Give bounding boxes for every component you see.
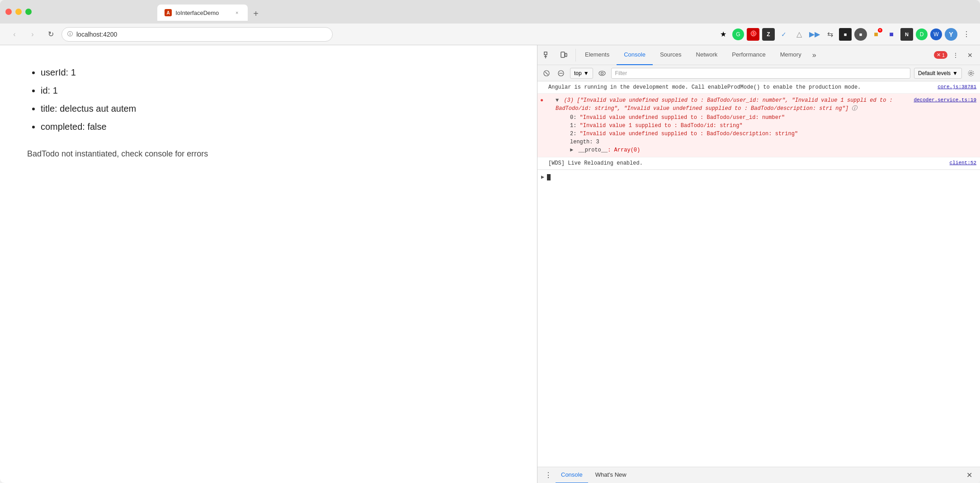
todo-list: userId: 1 id: 1 title: delectus aut aute… [27,63,510,136]
more-tabs-button[interactable]: » [809,45,820,65]
refresh-button[interactable]: ↻ [43,27,58,42]
console-cursor [547,174,551,180]
context-dropdown-icon: ▼ [584,70,589,76]
filter-placeholder: Filter [615,70,627,76]
levels-dropdown-icon: ▼ [952,70,958,76]
tab-elements[interactable]: Elements [578,45,617,65]
back-button[interactable]: ‹ [7,27,22,42]
error-message: BadTodo not instantiated, check console … [27,149,510,159]
devtools-close-button[interactable]: ✕ [964,49,976,62]
chrome-menu-icon[interactable]: ⋮ [960,28,973,41]
new-tab-button[interactable]: + [249,6,263,21]
browser-tab[interactable]: A IoInterfaceDemo × [157,5,248,21]
wds-text: [WDS] Live Reloading enabled. [548,160,643,166]
svg-rect-4 [565,53,567,57]
page-content: userId: 1 id: 1 title: delectus aut aute… [0,45,537,483]
main-content: userId: 1 id: 1 title: delectus aut aute… [0,45,980,483]
console-error-block: ● decoder.service.ts:19 ▼ (3) ["Invalid … [537,94,980,157]
extension-icon-9[interactable]: ■6 [870,28,882,41]
tab-console[interactable]: Console [617,45,653,65]
error-item-0: 0: "Invalid value undefined supplied to … [570,114,976,122]
extension-icon-5[interactable]: ▶▶ [808,28,821,41]
source-link-client[interactable]: client:52 [950,159,976,167]
browser-window: A IoInterfaceDemo × + ‹ › ↻ ⓘ localhost:… [0,0,980,483]
extension-icon-6[interactable]: ⇆ [824,28,836,41]
error-array-summary: (3) ["Invalid value undefined supplied t… [556,97,893,112]
tab-network[interactable]: Network [689,45,725,65]
maximize-traffic-light[interactable] [25,9,32,15]
close-traffic-light[interactable] [5,9,12,15]
console-prompt[interactable]: ▶ [537,170,980,184]
bottom-tab-console[interactable]: Console [556,467,588,483]
error-text-1: "Invalid value 1 supplied to : BadTodo/i… [580,123,743,129]
log-levels-selector[interactable]: Default levels ▼ [914,68,962,79]
source-link-decoder[interactable]: decoder.service.ts:19 [914,96,976,104]
console-toolbar: top ▼ Filter Default levels ▼ [537,65,980,81]
extension-icon-12[interactable]: D [916,28,928,40]
bottom-dots-menu[interactable]: ⋮ [543,470,554,481]
user-avatar[interactable]: Y [945,28,957,41]
proto-expand-icon[interactable]: ► [570,147,573,153]
filter-icon[interactable] [556,68,566,79]
extension-icon-8[interactable]: ■ [854,28,867,41]
error-item-1: 1: "Invalid value 1 supplied to : BadTod… [570,122,976,130]
svg-rect-0 [544,52,547,55]
address-bar[interactable]: ⓘ localhost:4200 [61,27,333,42]
prompt-arrow-icon: ▶ [541,174,544,180]
devtools-right-icons: ✕ 1 ⋮ ✕ [934,49,976,62]
devtools-bottom-bar: ⋮ Console What's New ✕ [537,467,980,483]
list-item: id: 1 [41,81,510,99]
extension-icon-1[interactable]: ■5 [747,28,759,41]
console-line-angular-info: core.js:38781 Angular is running in the … [537,81,980,94]
eye-icon[interactable] [597,68,608,79]
tab-memory[interactable]: Memory [773,45,809,65]
svg-point-10 [601,72,603,74]
bottom-close-button[interactable]: ✕ [964,470,975,481]
tab-performance[interactable]: Performance [725,45,773,65]
console-line-wds: client:52 [WDS] Live Reloading enabled. [537,157,980,170]
extension-icon-2[interactable]: Z [762,28,775,41]
forward-button[interactable]: › [25,27,40,42]
extension-icon-13[interactable]: W [930,28,942,40]
traffic-lights [5,9,32,15]
context-selector[interactable]: top ▼ [570,68,593,79]
tab-favicon: A [165,9,172,16]
error-count: 1 [942,52,945,58]
minimize-traffic-light[interactable] [15,9,22,15]
tab-close-button[interactable]: × [233,9,240,16]
extension-icon-4[interactable]: △ [793,28,806,41]
error-item-2: 2: "Invalid value undefined supplied to … [570,130,976,138]
bottom-tab-whats-new[interactable]: What's New [590,467,632,483]
clear-console-button[interactable] [541,68,552,79]
device-mode-icon[interactable] [557,49,570,62]
title-bar: A IoInterfaceDemo × + [0,0,980,24]
url-text: localhost:4200 [76,31,117,38]
bookmark-icon[interactable]: ★ [717,28,730,41]
expand-error-icon[interactable]: ▼ [556,97,559,104]
lock-icon: ⓘ [67,30,73,38]
extension-icon-10[interactable]: ■ [885,28,898,41]
grammarly-icon[interactable]: G [732,28,744,40]
inspector-icon[interactable] [541,49,554,62]
extension-icon-3[interactable]: ✓ [777,28,790,41]
tab-sources[interactable]: Sources [653,45,689,65]
context-value: top [574,70,582,76]
svg-rect-3 [561,52,565,57]
source-link-core[interactable]: core.js:38781 [938,83,976,91]
devtools-tabs: Elements Console Sources Network Perform… [537,45,980,65]
error-x-icon: ✕ [937,52,941,58]
console-filter-input[interactable]: Filter [611,68,910,79]
svg-point-11 [970,72,972,74]
console-settings-icon[interactable] [966,68,976,79]
extension-icon-11[interactable]: N [900,28,913,41]
console-output: core.js:38781 Angular is running in the … [537,81,980,467]
svg-point-12 [968,71,974,76]
error-badge: ✕ 1 [934,51,947,59]
extension-icon-7[interactable]: ■ [839,28,852,41]
list-item: title: delectus aut autem [41,99,510,118]
devtools-more-menu[interactable]: ⋮ [949,49,962,62]
levels-label: Default levels [918,70,951,76]
tab-title: IoInterfaceDemo [175,9,230,16]
svg-point-9 [599,71,605,76]
error-text-0: "Invalid value undefined supplied to : B… [580,114,785,121]
